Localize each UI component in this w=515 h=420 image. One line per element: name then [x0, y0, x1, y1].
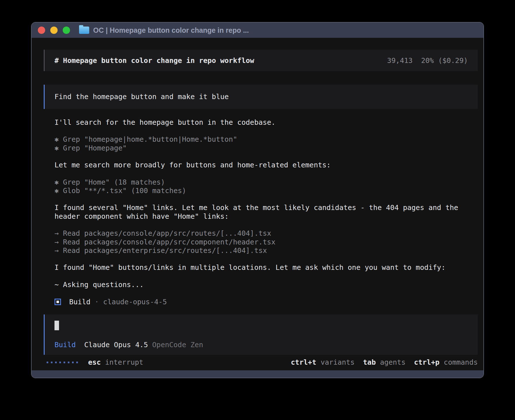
window-title: OC | Homepage button color change in rep… — [93, 26, 249, 34]
tool-call-line: → Read packages/enterprise/src/routes/[.… — [54, 246, 478, 255]
tool-call-group: ✱ Grep "Home" (18 matches) ✱ Glob "**/*.… — [54, 178, 478, 195]
agent-name: Build — [69, 298, 90, 306]
session-title: # Homepage button color change in repo w… — [54, 56, 254, 65]
tool-call-group: ✱ Grep "homepage|home.*button|Home.*butt… — [54, 135, 478, 152]
provider-label: OpenCode Zen — [152, 341, 203, 349]
agent-model: claude-opus-4-5 — [103, 298, 167, 306]
model-label[interactable]: Claude Opus 4.5 — [84, 341, 148, 349]
assistant-text: I found several "Home" links. Let me loo… — [54, 204, 478, 221]
text-cursor — [54, 321, 59, 330]
close-button[interactable] — [38, 27, 45, 34]
agent-status-row: Build · claude-opus-4-5 — [54, 298, 478, 306]
input-status-bar: Build Claude Opus 4.5 OpenCode Zen — [54, 341, 478, 349]
tool-call-line: → Read packages/console/app/src/routes/[… — [54, 229, 478, 238]
shortcut-commands: ctrl+p commands — [414, 358, 478, 367]
mode-label[interactable]: Build — [54, 341, 76, 349]
user-message-text: Find the homepage button and make it blu… — [54, 93, 229, 101]
session-stats: 39,413 20% ($0.29) — [387, 56, 468, 65]
window-bottom-bar — [32, 370, 483, 378]
user-message: Find the homepage button and make it blu… — [44, 85, 478, 109]
minimize-button[interactable] — [50, 27, 58, 34]
assistant-text: I'll search for the homepage button in t… — [54, 118, 478, 127]
tool-call-line: ✱ Grep "Home" (18 matches) — [54, 178, 478, 187]
tool-call-line: → Read packages/console/app/src/componen… — [54, 238, 478, 246]
status-bar: esc interrupt ctrl+t variants tab agents… — [44, 358, 478, 367]
token-count: 39,413 — [387, 56, 413, 65]
conversation: I'll search for the homepage button in t… — [44, 118, 478, 306]
agent-separator: · — [95, 298, 99, 306]
maximize-button[interactable] — [63, 27, 70, 34]
assistant-text: Let me search more broadly for buttons a… — [54, 161, 478, 169]
esc-action-label: interrupt — [105, 358, 143, 367]
build-mode-icon — [54, 299, 61, 305]
assistant-text: I found "Home" buttons/links in multiple… — [54, 263, 478, 272]
terminal-window: OC | Homepage button color change in rep… — [31, 22, 484, 378]
titlebar[interactable]: OC | Homepage button color change in rep… — [32, 23, 483, 38]
working-status: ~ Asking questions... — [54, 281, 478, 289]
status-bar-left: esc interrupt — [44, 358, 143, 367]
context-cost: 20% ($0.29) — [421, 56, 468, 65]
tool-call-line: ✱ Glob "**/*.tsx" (100 matches) — [54, 187, 478, 195]
tool-call-group: → Read packages/console/app/src/routes/[… — [54, 229, 478, 255]
tool-call-line: ✱ Grep "Homepage" — [54, 144, 478, 152]
shortcut-agents: tab agents — [363, 358, 405, 367]
terminal-content: # Homepage button color change in repo w… — [32, 38, 483, 370]
status-bar-right: ctrl+t variants tab agents ctrl+p comman… — [291, 358, 478, 367]
esc-key-hint: esc — [88, 358, 101, 367]
folder-icon — [79, 27, 89, 34]
prompt-input[interactable]: Build Claude Opus 4.5 OpenCode Zen — [44, 314, 478, 355]
window-controls — [38, 27, 70, 34]
session-header: # Homepage button color change in repo w… — [44, 50, 478, 71]
tool-call-line: ✱ Grep "homepage|home.*button|Home.*butt… — [54, 135, 478, 144]
shortcut-variants: ctrl+t variants — [291, 358, 355, 367]
working-spinner — [47, 362, 78, 363]
